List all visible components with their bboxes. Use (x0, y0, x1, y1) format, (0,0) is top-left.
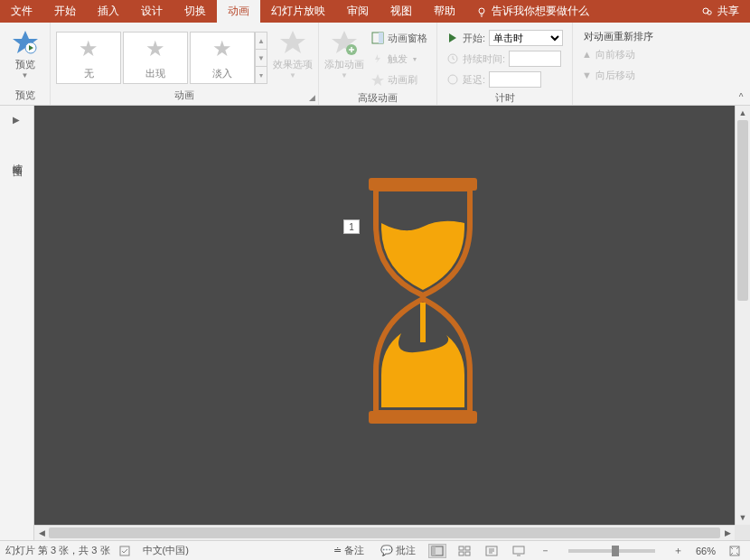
svg-rect-23 (513, 546, 524, 554)
thumbnail-pane[interactable]: ▶ 缩略图 (0, 106, 34, 540)
hourglass-cap-bottom (369, 411, 477, 424)
horizontal-scrollbar[interactable]: ◀ ▶ (34, 525, 735, 540)
pane-icon (371, 32, 384, 44)
scroll-right-icon[interactable]: ▶ (720, 526, 735, 540)
up-arrow-icon: ▲ (582, 49, 592, 60)
thumbnail-pane-label: 缩略图 (11, 155, 24, 161)
scroll-up-icon[interactable]: ▲ (736, 106, 750, 120)
anim-appear[interactable]: ★ 出现 (123, 32, 188, 84)
workspace: ▶ 缩略图 1 (0, 106, 750, 540)
add-animation-button[interactable]: 添加动画 ▼ (324, 26, 364, 79)
group-label-animation: 动画 (174, 89, 194, 100)
preview-label: 预览 (15, 59, 35, 70)
group-animation: ★ 无 ★ 出现 ★ 淡入 ▲ ▼ ▾ (51, 23, 319, 105)
group-label-advanced: 高级动画 (319, 89, 436, 107)
group-timing: 开始: 单击时 持续时间: 延迟: 计时 (437, 23, 573, 105)
slide-counter[interactable]: 幻灯片 第 3 张，共 3 张 (5, 544, 110, 557)
move-earlier-button[interactable]: ▲ 向前移动 (578, 44, 659, 64)
duration-input[interactable] (509, 51, 561, 67)
collapse-ribbon-icon[interactable]: ^ (736, 91, 746, 102)
animation-gallery[interactable]: ★ 无 ★ 出现 ★ 淡入 (56, 26, 255, 84)
tab-file[interactable]: 文件 (0, 0, 43, 23)
reorder-title: 对动画重新排序 (578, 28, 659, 43)
delay-input[interactable] (489, 71, 541, 88)
fit-window-icon[interactable] (725, 545, 745, 557)
tab-transitions[interactable]: 切换 (173, 0, 217, 23)
trigger-button[interactable]: 触发▾ (368, 49, 431, 69)
play-icon (446, 32, 459, 44)
zoom-slider-thumb[interactable] (612, 546, 619, 556)
comments-button[interactable]: 💬 批注 (377, 544, 419, 557)
scroll-down-icon[interactable]: ▼ (736, 510, 750, 525)
svg-rect-19 (465, 546, 470, 550)
gallery-more-icon[interactable]: ▾ (256, 67, 267, 83)
tab-view[interactable]: 视图 (380, 0, 423, 23)
vertical-scrollbar[interactable]: ▲ ▼ (735, 106, 750, 525)
tab-slideshow[interactable]: 幻灯片放映 (260, 0, 336, 23)
start-select[interactable]: 单击时 (489, 30, 563, 46)
status-bar: 幻灯片 第 3 张，共 3 张 中文(中国) ≐ 备注 💬 批注 － ＋ 66% (0, 540, 750, 560)
group-advanced-animation: 添加动画 ▼ 动画窗格 触发▾ 动画刷 高级动画 (319, 23, 437, 105)
expand-thumbnails-icon[interactable]: ▶ (13, 115, 20, 125)
zoom-slider[interactable] (568, 549, 655, 553)
duration-row: 持续时间: (443, 49, 567, 69)
anim-appear-label: 出现 (145, 67, 165, 80)
preview-button[interactable]: 预览 ▼ (5, 26, 44, 79)
lightbulb-icon (475, 5, 488, 18)
zoom-out-button[interactable]: － (537, 544, 554, 557)
svg-rect-10 (379, 33, 383, 43)
star-icon: ★ (212, 36, 232, 61)
svg-rect-15 (120, 546, 129, 555)
hourglass-top-bulb (369, 189, 477, 297)
slide-canvas[interactable]: 1 (34, 106, 735, 525)
tab-home[interactable]: 开始 (43, 0, 87, 23)
anim-launcher-icon[interactable]: ◢ (309, 93, 315, 102)
comment-icon: 💬 (380, 545, 393, 555)
anim-fade[interactable]: ★ 淡入 (190, 32, 255, 84)
hourglass-bottom-bulb (369, 297, 477, 413)
tab-animations[interactable]: 动画 (217, 0, 260, 23)
delay-icon (446, 73, 459, 86)
reading-view-icon[interactable] (483, 544, 501, 558)
anim-none[interactable]: ★ 无 (56, 32, 121, 84)
painter-icon (371, 73, 384, 86)
tab-help[interactable]: 帮助 (423, 0, 466, 23)
scroll-h-thumb[interactable] (49, 527, 720, 538)
svg-point-14 (448, 75, 457, 84)
scroll-left-icon[interactable]: ◀ (34, 526, 49, 540)
tab-design[interactable]: 设计 (130, 0, 173, 23)
move-later-button[interactable]: ▼ 向后移动 (578, 65, 659, 85)
share-button[interactable]: 共享 (690, 0, 750, 23)
svg-marker-11 (371, 74, 384, 86)
zoom-in-button[interactable]: ＋ (670, 544, 687, 557)
spellcheck-icon[interactable] (119, 545, 134, 557)
gallery-up-icon[interactable]: ▲ (256, 33, 267, 50)
animation-order-tag[interactable]: 1 (343, 219, 360, 234)
tab-insert[interactable]: 插入 (87, 0, 130, 23)
slideshow-view-icon[interactable] (510, 544, 528, 558)
preview-star-icon (11, 28, 40, 57)
language-button[interactable]: 中文(中国) (143, 544, 189, 557)
add-anim-label: 添加动画 (324, 59, 364, 70)
animation-painter-button[interactable]: 动画刷 (368, 70, 431, 89)
notes-button[interactable]: ≐ 备注 (330, 544, 368, 557)
zoom-level[interactable]: 66% (696, 546, 716, 556)
animation-pane-button[interactable]: 动画窗格 (368, 28, 431, 48)
normal-view-icon[interactable] (428, 544, 446, 558)
notes-icon: ≐ (333, 545, 342, 555)
delay-label: 延迟: (463, 73, 485, 87)
tell-me-search[interactable]: 告诉我你想要做什么 (466, 0, 598, 23)
sorter-view-icon[interactable] (455, 544, 473, 558)
effect-options-button[interactable]: 效果选项 ▼ (273, 26, 313, 79)
gallery-scroll[interactable]: ▲ ▼ ▾ (255, 32, 267, 84)
gallery-down-icon[interactable]: ▼ (256, 50, 267, 67)
trigger-label: 触发 (388, 52, 408, 66)
svg-rect-17 (432, 546, 436, 555)
later-label: 向后移动 (595, 69, 635, 82)
effect-options-label: 效果选项 (273, 59, 313, 70)
tab-review[interactable]: 审阅 (336, 0, 380, 23)
scroll-v-thumb[interactable] (737, 120, 748, 301)
hourglass-shape[interactable]: 1 (369, 178, 477, 424)
delay-row: 延迟: (443, 70, 567, 89)
svg-rect-18 (459, 546, 464, 550)
